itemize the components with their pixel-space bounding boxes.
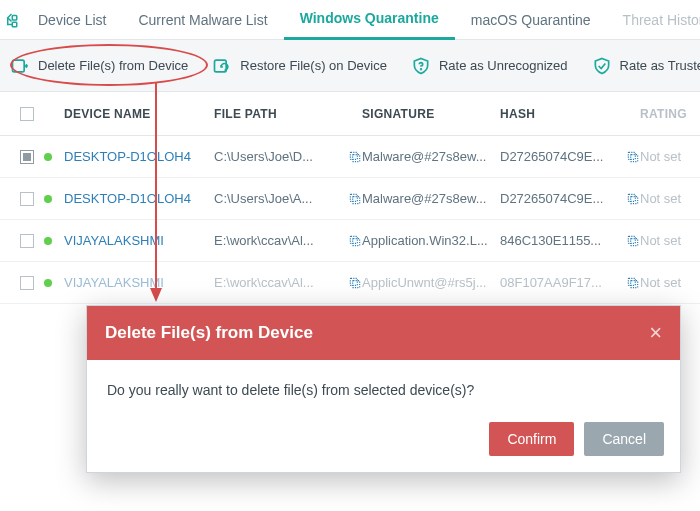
svg-rect-13 [353, 238, 360, 245]
tab-windows-quarantine[interactable]: Windows Quarantine [284, 0, 455, 40]
restore-files-label: Restore File(s) on Device [240, 58, 387, 73]
rating: Not set [640, 275, 690, 290]
table-row: VIJAYALAKSHMIE:\work\ccav\Al...ApplicUnw… [0, 262, 700, 304]
tab-macos-quarantine[interactable]: macOS Quarantine [455, 0, 607, 40]
delete-files-button[interactable]: Delete File(s) from Device [10, 56, 188, 76]
copy-icon[interactable] [626, 192, 640, 206]
copy-icon[interactable] [348, 276, 362, 290]
delete-icon [10, 56, 30, 76]
table-row: DESKTOP-D1OLOH4C:\Users\Joe\D...Malware@… [0, 136, 700, 178]
svg-rect-7 [631, 154, 638, 161]
status-dot [44, 279, 52, 287]
header-path[interactable]: FILE PATH [214, 107, 362, 121]
header-device[interactable]: DEVICE NAME [64, 107, 214, 121]
copy-icon[interactable] [626, 234, 640, 248]
device-name-link[interactable]: DESKTOP-D1OLOH4 [64, 191, 191, 206]
svg-rect-0 [12, 15, 17, 20]
select-all-checkbox[interactable] [20, 107, 34, 121]
svg-rect-12 [628, 194, 635, 201]
status-dot [44, 237, 52, 245]
row-checkbox[interactable] [20, 276, 34, 290]
signature: Malware@#27s8ew... [362, 149, 500, 164]
file-path: C:\Users\Joe\D... [214, 149, 342, 164]
modal-message: Do you really want to delete file(s) fro… [87, 360, 680, 414]
rating: Not set [640, 191, 690, 206]
unrecognized-icon [411, 56, 431, 76]
svg-rect-5 [353, 154, 360, 161]
tab-device-list[interactable]: Device List [22, 0, 122, 40]
status-dot [44, 195, 52, 203]
svg-rect-11 [631, 196, 638, 203]
hash: 08F107AA9F17... [500, 275, 620, 290]
rate-trusted-label: Rate as Trusted [620, 58, 700, 73]
confirm-button[interactable]: Confirm [489, 422, 574, 456]
header-signature[interactable]: SIGNATURE [362, 107, 500, 121]
row-checkbox[interactable] [20, 192, 34, 206]
hash: 846C130E1155... [500, 233, 620, 248]
copy-icon[interactable] [348, 150, 362, 164]
modal-title: Delete File(s) from Device [105, 323, 313, 343]
table-row: VIJAYALAKSHMIE:\work\ccav\Al...Applicati… [0, 220, 700, 262]
rating: Not set [640, 149, 690, 164]
table-row: DESKTOP-D1OLOH4C:\Users\Joe\A...Malware@… [0, 178, 700, 220]
tab-bar: Device List Current Malware List Windows… [0, 0, 700, 40]
device-name-link[interactable]: DESKTOP-D1OLOH4 [64, 149, 191, 164]
svg-rect-18 [350, 278, 357, 285]
confirm-delete-modal: Delete File(s) from Device × Do you real… [86, 305, 681, 473]
restore-icon [212, 56, 232, 76]
cancel-button[interactable]: Cancel [584, 422, 664, 456]
tab-current-malware[interactable]: Current Malware List [122, 0, 283, 40]
svg-rect-6 [350, 152, 357, 159]
svg-rect-1 [12, 22, 17, 27]
copy-icon[interactable] [626, 276, 640, 290]
svg-rect-8 [628, 152, 635, 159]
device-name-link[interactable]: VIJAYALAKSHMI [64, 275, 164, 290]
svg-rect-2 [13, 60, 25, 72]
rating: Not set [640, 233, 690, 248]
device-name-link[interactable]: VIJAYALAKSHMI [64, 233, 164, 248]
svg-rect-14 [350, 236, 357, 243]
file-path: C:\Users\Joe\A... [214, 191, 342, 206]
hash: D27265074C9E... [500, 191, 620, 206]
modal-close-button[interactable]: × [649, 320, 662, 346]
modal-footer: Confirm Cancel [87, 414, 680, 472]
back-button[interactable] [4, 11, 22, 29]
copy-icon[interactable] [348, 234, 362, 248]
file-path: E:\work\ccav\Al... [214, 275, 342, 290]
restore-files-button[interactable]: Restore File(s) on Device [212, 56, 387, 76]
svg-rect-17 [353, 280, 360, 287]
tab-threat-history[interactable]: Threat History [607, 0, 700, 40]
svg-rect-16 [628, 236, 635, 243]
svg-rect-10 [350, 194, 357, 201]
signature: ApplicUnwnt@#rs5j... [362, 275, 500, 290]
hash: D27265074C9E... [500, 149, 620, 164]
trusted-icon [592, 56, 612, 76]
header-hash[interactable]: HASH [500, 107, 640, 121]
tree-icon [4, 11, 22, 29]
action-toolbar: Delete File(s) from Device Restore File(… [0, 40, 700, 92]
delete-files-label: Delete File(s) from Device [38, 58, 188, 73]
rate-unrecognized-label: Rate as Unrecognized [439, 58, 568, 73]
svg-rect-15 [631, 238, 638, 245]
signature: Application.Win32.L... [362, 233, 500, 248]
copy-icon[interactable] [348, 192, 362, 206]
modal-header: Delete File(s) from Device × [87, 306, 680, 360]
row-checkbox[interactable] [20, 150, 34, 164]
table-header: DEVICE NAME FILE PATH SIGNATURE HASH RAT… [0, 92, 700, 136]
row-checkbox[interactable] [20, 234, 34, 248]
svg-rect-20 [628, 278, 635, 285]
rate-trusted-button[interactable]: Rate as Trusted [592, 56, 700, 76]
svg-point-4 [421, 68, 422, 69]
signature: Malware@#27s8ew... [362, 191, 500, 206]
svg-rect-19 [631, 280, 638, 287]
svg-rect-9 [353, 196, 360, 203]
rate-unrecognized-button[interactable]: Rate as Unrecognized [411, 56, 568, 76]
copy-icon[interactable] [626, 150, 640, 164]
header-rating[interactable]: RATING [640, 107, 690, 121]
status-dot [44, 153, 52, 161]
file-path: E:\work\ccav\Al... [214, 233, 342, 248]
